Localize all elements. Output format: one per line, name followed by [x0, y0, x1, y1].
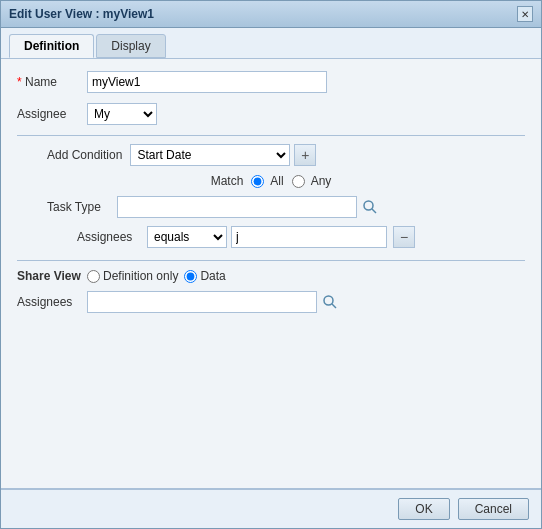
assignees-input[interactable]	[231, 226, 387, 248]
svg-line-1	[372, 209, 376, 213]
share-assignees-input[interactable]	[87, 291, 317, 313]
task-type-label: Task Type	[47, 200, 117, 214]
data-option[interactable]: Data	[184, 269, 225, 283]
match-all-radio[interactable]	[251, 175, 264, 188]
search-icon	[362, 199, 378, 215]
remove-condition-button[interactable]: −	[393, 226, 415, 248]
footer: OK Cancel	[1, 488, 541, 528]
close-button[interactable]: ✕	[517, 6, 533, 22]
add-condition-button[interactable]: +	[294, 144, 316, 166]
equals-select[interactable]: equals not equals contains	[147, 226, 227, 248]
ok-button[interactable]: OK	[398, 498, 449, 520]
condition-select[interactable]: Start Date Due Date Priority Status Task…	[130, 144, 290, 166]
main-window: Edit User View : myView1 ✕ Definition Di…	[0, 0, 542, 529]
share-options: Definition only Data	[87, 269, 226, 283]
share-view-row: Share View Definition only Data	[17, 269, 525, 283]
share-view-label: Share View	[17, 269, 87, 283]
share-assignees-row: Assignees	[17, 291, 525, 313]
share-view-section: Share View Definition only Data Assignee…	[17, 269, 525, 313]
tab-bar: Definition Display	[1, 28, 541, 59]
match-row: Match All Any	[17, 174, 525, 188]
match-label: Match	[211, 174, 244, 188]
tab-definition[interactable]: Definition	[9, 34, 94, 58]
match-any-radio[interactable]	[292, 175, 305, 188]
window-title: Edit User View : myView1	[9, 7, 154, 21]
assignee-row: Assignee My All Unassigned	[17, 103, 525, 125]
share-assignees-label: Assignees	[17, 295, 87, 309]
name-input[interactable]	[87, 71, 327, 93]
add-condition-label: Add Condition	[47, 148, 122, 162]
svg-point-0	[364, 201, 373, 210]
svg-point-2	[324, 296, 333, 305]
task-type-row: Task Type	[17, 196, 525, 218]
assignee-label: Assignee	[17, 107, 87, 121]
task-type-search-button[interactable]	[360, 197, 380, 217]
svg-line-3	[332, 304, 336, 308]
title-bar: Edit User View : myView1 ✕	[1, 1, 541, 28]
match-all-label[interactable]: All	[251, 174, 283, 188]
add-condition-row: Add Condition Start Date Due Date Priori…	[17, 144, 525, 166]
divider-2	[17, 260, 525, 261]
share-assignees-search-button[interactable]	[320, 292, 340, 312]
assignees-row: Assignees equals not equals contains −	[17, 226, 525, 248]
divider-1	[17, 135, 525, 136]
assignee-select[interactable]: My All Unassigned	[87, 103, 157, 125]
cancel-button[interactable]: Cancel	[458, 498, 529, 520]
definition-only-option[interactable]: Definition only	[87, 269, 178, 283]
content-area: * Name Assignee My All Unassigned Add Co…	[1, 59, 541, 488]
share-search-icon	[322, 294, 338, 310]
definition-only-radio[interactable]	[87, 270, 100, 283]
match-any-label[interactable]: Any	[292, 174, 332, 188]
name-row: * Name	[17, 71, 525, 93]
task-type-input[interactable]	[117, 196, 357, 218]
data-radio[interactable]	[184, 270, 197, 283]
assignees-label: Assignees	[47, 230, 147, 244]
tab-display[interactable]: Display	[96, 34, 165, 58]
name-label: * Name	[17, 75, 87, 89]
